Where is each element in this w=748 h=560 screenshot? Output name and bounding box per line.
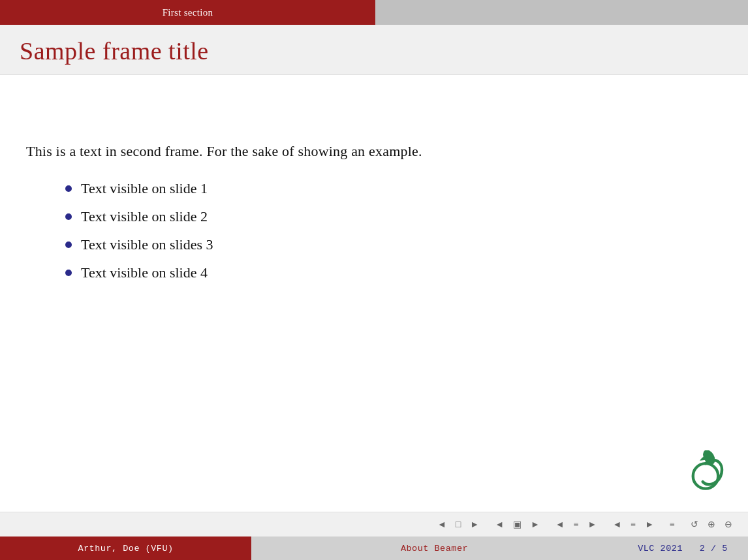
- bullet-text-4: Text visible on slide 4: [81, 262, 208, 283]
- slide-content: This is a text in second frame. For the …: [0, 75, 748, 512]
- bullet-dot-icon: [65, 213, 72, 220]
- bottom-bar: Arthur, Doe (VFU) About Beamer VLC 2021 …: [0, 537, 748, 560]
- footer-page: VLC 2021 2 / 5: [617, 537, 748, 560]
- nav-eq-icon[interactable]: ≡: [571, 518, 582, 531]
- list-item: Text visible on slide 4: [65, 262, 722, 283]
- list-item: Text visible on slide 2: [65, 206, 722, 227]
- nav-prev4-icon[interactable]: ◄: [610, 518, 624, 531]
- overleaf-logo-icon: [683, 450, 728, 496]
- list-item: Text visible on slide 1: [65, 178, 722, 199]
- nav-light-section: [375, 0, 748, 25]
- footer-title-text: About Beamer: [401, 544, 468, 553]
- bullet-text-2: Text visible on slide 2: [81, 206, 208, 227]
- nav-prev3-icon[interactable]: ◄: [553, 518, 567, 531]
- footer-right-text: VLC 2021: [638, 544, 683, 553]
- footer-author-text: Arthur, Doe (VFU): [78, 544, 173, 553]
- nav-next3-icon[interactable]: ►: [585, 518, 600, 531]
- nav-menu-icon[interactable]: ≡: [667, 518, 678, 531]
- nav-next4-icon[interactable]: ►: [642, 518, 657, 531]
- section-title-text: First section: [163, 7, 213, 18]
- nav-prev-icon[interactable]: ◄: [435, 518, 449, 531]
- bullet-text-1: Text visible on slide 1: [81, 178, 208, 199]
- nav-frame-icon[interactable]: □: [453, 518, 463, 531]
- bullet-dot-icon: [65, 241, 72, 248]
- logo-area: [683, 450, 728, 499]
- nav-prev2-icon[interactable]: ◄: [492, 518, 506, 531]
- nav-refresh-icon[interactable]: ↺: [688, 518, 701, 531]
- top-nav-bar: First section: [0, 0, 748, 25]
- nav-eq2-icon[interactable]: ≡: [628, 518, 638, 531]
- bullet-dot-icon: [65, 270, 72, 276]
- bullet-dot-icon: [65, 185, 72, 192]
- slide-container: First section Sample frame title This is…: [0, 0, 748, 560]
- footer-page-number: 2 / 5: [700, 544, 728, 553]
- footer-author: Arthur, Doe (VFU): [0, 537, 251, 560]
- nav-next2-icon[interactable]: ►: [528, 518, 542, 531]
- main-paragraph: This is a text in second frame. For the …: [26, 140, 722, 162]
- bullet-list: Text visible on slide 1 Text visible on …: [65, 178, 722, 283]
- list-item: Text visible on slides 3: [65, 234, 722, 255]
- slide-title: Sample frame title: [20, 37, 728, 65]
- slide-title-area: Sample frame title: [0, 25, 748, 75]
- nav-zoom-in-icon[interactable]: ⊕: [705, 518, 718, 531]
- footer-title: About Beamer: [251, 537, 617, 560]
- bullet-text-3: Text visible on slides 3: [81, 234, 213, 255]
- nav-frame2-icon[interactable]: ▣: [510, 518, 524, 531]
- nav-controls-bar: ◄ □ ► ◄ ▣ ► ◄ ≡ ► ◄ ≡ ► ≡ ↺ ⊕ ⊖: [0, 512, 748, 537]
- nav-next-icon[interactable]: ►: [467, 518, 482, 531]
- nav-zoom-out-icon[interactable]: ⊖: [722, 518, 735, 531]
- section-title: First section: [0, 0, 375, 25]
